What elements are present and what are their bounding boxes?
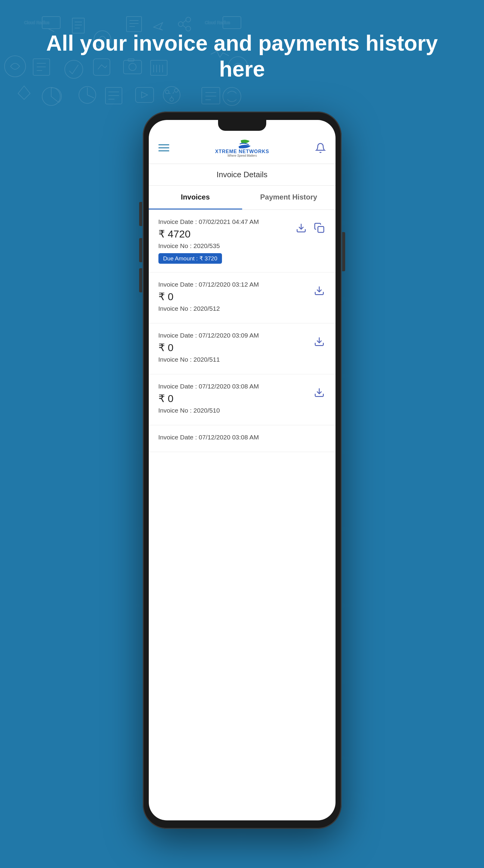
invoice-date-3: Invoice Date : 07/12/2020 03:09 AM	[158, 332, 313, 339]
download-button-2[interactable]	[313, 284, 326, 297]
phone-notch	[218, 120, 266, 131]
svg-rect-60	[318, 227, 324, 233]
hamburger-line-1	[158, 144, 169, 145]
svg-point-56	[223, 87, 241, 105]
invoice-info-5: Invoice Date : 07/12/2020 03:08 AM	[158, 434, 326, 443]
phone-screen: XTREME NETWORKS Where Speed Matters Invo…	[149, 120, 335, 820]
invoice-amount-4: ₹ 0	[158, 393, 313, 404]
invoice-actions-4	[313, 386, 326, 399]
svg-point-48	[170, 98, 173, 101]
due-badge-1: Due Amount : ₹ 3720	[158, 253, 222, 264]
svg-text:XTREME NETWORKS: XTREME NETWORKS	[215, 149, 269, 154]
invoice-number-1: Invoice No : 2020/535	[158, 242, 295, 250]
svg-line-38	[87, 95, 94, 98]
invoice-date-2: Invoice Date : 07/12/2020 03:12 AM	[158, 281, 313, 288]
invoice-item-5: Invoice Date : 07/12/2020 03:08 AM	[149, 425, 335, 452]
invoice-number-4: Invoice No : 2020/510	[158, 407, 313, 414]
invoice-number-2: Invoice No : 2020/512	[158, 305, 313, 312]
invoice-list: Invoice Date : 07/02/2021 04:47 AM ₹ 472…	[149, 210, 335, 820]
svg-line-49	[169, 93, 170, 94]
hero-text: All your invoice and payments history he…	[0, 30, 484, 82]
logo-area: XTREME NETWORKS Where Speed Matters	[215, 138, 269, 158]
svg-rect-52	[202, 87, 220, 104]
svg-rect-10	[127, 17, 141, 32]
invoice-date-5: Invoice Date : 07/12/2020 03:08 AM	[158, 434, 326, 441]
invoice-item-2: Invoice Date : 07/12/2020 03:12 AM ₹ 0 I…	[149, 273, 335, 323]
svg-point-45	[163, 87, 180, 103]
menu-button[interactable]	[158, 144, 169, 151]
invoice-info-3: Invoice Date : 07/12/2020 03:09 AM ₹ 0 I…	[158, 332, 313, 366]
invoice-number-3: Invoice No : 2020/511	[158, 356, 313, 363]
svg-rect-43	[135, 87, 154, 102]
invoice-item-1: Invoice Date : 07/02/2021 04:47 AM ₹ 472…	[149, 210, 335, 273]
invoice-date-4: Invoice Date : 07/12/2020 03:08 AM	[158, 383, 313, 390]
svg-point-46	[165, 90, 169, 94]
phone-container: XTREME NETWORKS Where Speed Matters Invo…	[143, 112, 342, 829]
invoice-amount-1: ₹ 4720	[158, 228, 295, 240]
svg-text:Cloud Radius: Cloud Radius	[205, 20, 230, 25]
svg-text:Cloud Radius: Cloud Radius	[24, 20, 50, 25]
svg-point-35	[42, 87, 60, 105]
page-title: Invoice Details	[149, 164, 335, 186]
svg-point-15	[186, 17, 191, 22]
svg-point-36	[79, 87, 96, 103]
svg-point-14	[178, 22, 183, 27]
phone-frame: XTREME NETWORKS Where Speed Matters Invo…	[143, 112, 342, 829]
notification-bell-button[interactable]	[315, 143, 326, 153]
copy-button-1[interactable]	[313, 221, 326, 235]
svg-point-47	[174, 89, 178, 92]
svg-marker-44	[141, 92, 148, 98]
svg-line-17	[183, 21, 186, 23]
svg-line-18	[183, 26, 186, 28]
invoice-actions-1	[295, 221, 326, 235]
invoice-info-2: Invoice Date : 07/12/2020 03:12 AM ₹ 0 I…	[158, 281, 313, 315]
download-button-4[interactable]	[313, 386, 326, 399]
svg-rect-2	[42, 17, 60, 29]
invoice-info-4: Invoice Date : 07/12/2020 03:08 AM ₹ 0 I…	[158, 383, 313, 416]
hamburger-line-3	[158, 150, 169, 151]
logo-svg: XTREME NETWORKS Where Speed Matters	[215, 138, 269, 158]
download-button-3[interactable]	[313, 335, 326, 348]
tab-payment-history[interactable]: Payment History	[242, 186, 335, 210]
svg-rect-39	[105, 87, 122, 104]
invoice-amount-2: ₹ 0	[158, 290, 313, 303]
svg-text:Where Speed Matters: Where Speed Matters	[227, 154, 257, 157]
hamburger-line-2	[158, 147, 169, 148]
svg-line-50	[173, 92, 174, 94]
invoice-actions-3	[313, 335, 326, 348]
tabs-container: Invoices Payment History	[149, 186, 335, 210]
invoice-actions-2	[313, 284, 326, 297]
invoice-info-1: Invoice Date : 07/02/2021 04:47 AM ₹ 472…	[158, 218, 295, 264]
invoice-item-3: Invoice Date : 07/12/2020 03:09 AM ₹ 0 I…	[149, 323, 335, 374]
tab-invoices[interactable]: Invoices	[149, 186, 242, 210]
svg-rect-4	[223, 17, 241, 29]
download-button-1[interactable]	[295, 221, 308, 235]
invoice-amount-3: ₹ 0	[158, 341, 313, 353]
invoice-date-1: Invoice Date : 07/02/2021 04:47 AM	[158, 218, 295, 225]
invoice-item-4: Invoice Date : 07/12/2020 03:08 AM ₹ 0 I…	[149, 374, 335, 425]
